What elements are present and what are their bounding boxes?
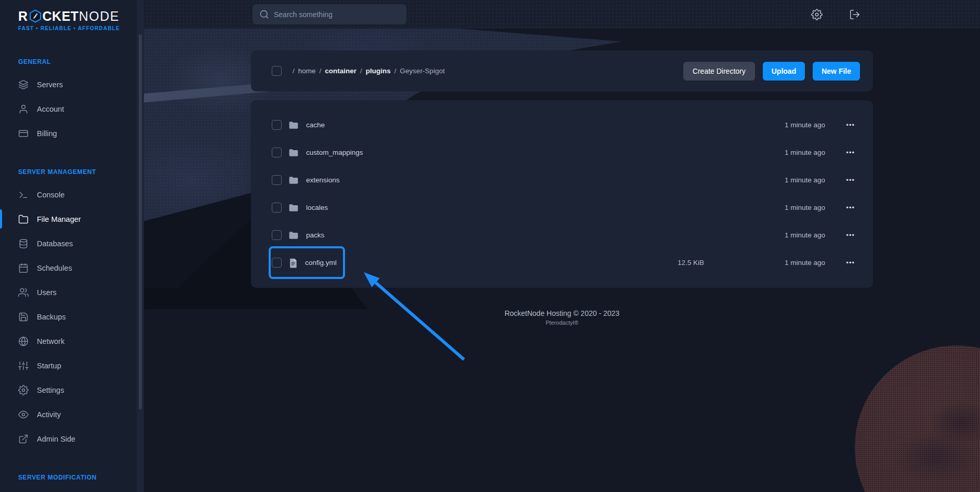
folder-icon bbox=[18, 214, 29, 224]
external-link-icon bbox=[18, 434, 29, 444]
sidebar-section-label: SERVER MODIFICATION bbox=[18, 474, 137, 481]
sidebar-item-databases[interactable]: Databases bbox=[0, 231, 137, 256]
sidebar-item-settings[interactable]: Settings bbox=[0, 378, 137, 402]
breadcrumb: /home/container/plugins/Geyser-Spigot bbox=[293, 67, 445, 75]
sidebar-item-label: Backups bbox=[37, 313, 66, 321]
row-checkbox[interactable] bbox=[272, 230, 282, 240]
sidebar-item-label: Admin Side bbox=[37, 435, 75, 443]
file-size: 12.5 KiB bbox=[678, 259, 704, 267]
upload-button[interactable]: Upload bbox=[763, 62, 805, 81]
file-row-locales[interactable]: locales1 minute ago••• bbox=[251, 194, 873, 221]
file-name: extensions bbox=[306, 176, 340, 184]
folder-icon bbox=[288, 148, 299, 158]
footer-pterodactyl: Pterodactyl® bbox=[251, 320, 873, 326]
row-menu-icon[interactable]: ••• bbox=[844, 231, 855, 239]
sidebar-item-billing[interactable]: Billing bbox=[0, 121, 137, 145]
file-modified: 1 minute ago bbox=[785, 121, 825, 129]
row-checkbox[interactable] bbox=[272, 175, 282, 185]
sidebar-item-account[interactable]: Account bbox=[0, 97, 137, 121]
settings-gear-icon[interactable] bbox=[809, 7, 825, 22]
sidebar-item-label: Account bbox=[37, 105, 64, 113]
breadcrumb-separator: / bbox=[360, 67, 362, 75]
folder-icon bbox=[288, 203, 299, 213]
highlight-box-annotation bbox=[269, 246, 345, 279]
file-row-cache[interactable]: cache1 minute ago••• bbox=[251, 111, 873, 139]
sidebar-item-label: Startup bbox=[37, 362, 61, 370]
row-checkbox[interactable] bbox=[272, 120, 282, 130]
logo-text-node: NODE bbox=[79, 9, 120, 24]
breadcrumb-segment[interactable]: plugins bbox=[366, 67, 391, 75]
sidebar-item-label: Servers bbox=[37, 81, 63, 89]
top-bar bbox=[0, 0, 980, 29]
credit-card-icon bbox=[18, 128, 29, 139]
file-row-extensions[interactable]: extensions1 minute ago••• bbox=[251, 166, 873, 194]
file-row-custom_mappings[interactable]: custom_mappings1 minute ago••• bbox=[251, 139, 873, 166]
globe-icon bbox=[18, 336, 29, 347]
breadcrumb-segment[interactable]: container bbox=[325, 67, 356, 75]
row-menu-icon[interactable]: ••• bbox=[844, 259, 855, 267]
terminal-icon bbox=[18, 190, 29, 200]
file-modified: 1 minute ago bbox=[785, 149, 825, 156]
breadcrumb-segment[interactable]: home bbox=[298, 67, 316, 75]
breadcrumb-separator: / bbox=[320, 67, 322, 75]
logo-text-cket: CKET bbox=[43, 9, 79, 24]
file-modified: 1 minute ago bbox=[785, 176, 825, 184]
sidebar-item-file-manager[interactable]: File Manager bbox=[0, 207, 137, 231]
row-checkbox[interactable] bbox=[272, 203, 282, 212]
rocket-hexagon-icon bbox=[29, 9, 42, 23]
sidebar-item-servers[interactable]: Servers bbox=[0, 72, 137, 97]
sidebar: R CKET NODE FAST • RELIABLE • AFFORDABLE… bbox=[0, 0, 137, 492]
row-menu-icon[interactable]: ••• bbox=[844, 121, 855, 129]
sliders-icon bbox=[18, 361, 29, 371]
row-checkbox[interactable] bbox=[272, 148, 282, 157]
row-menu-icon[interactable]: ••• bbox=[844, 176, 855, 184]
footer-copyright: RocketNode Hosting © 2020 - 2023 bbox=[251, 309, 873, 317]
folder-icon bbox=[288, 175, 299, 185]
row-menu-icon[interactable]: ••• bbox=[844, 149, 855, 156]
logo-text-r: R bbox=[18, 9, 28, 24]
save-icon bbox=[18, 312, 29, 322]
sidebar-section-label: GENERAL bbox=[18, 58, 137, 65]
footer: RocketNode Hosting © 2020 - 2023 Pteroda… bbox=[251, 309, 873, 326]
search-input[interactable] bbox=[269, 10, 406, 19]
sidebar-item-label: Users bbox=[37, 288, 57, 297]
breadcrumb-segment: Geyser-Spigot bbox=[400, 67, 445, 75]
file-modified: 1 minute ago bbox=[785, 204, 825, 211]
sidebar-item-activity[interactable]: Activity bbox=[0, 402, 137, 427]
sidebar-item-backups[interactable]: Backups bbox=[0, 304, 137, 329]
create-directory-button[interactable]: Create Directory bbox=[683, 62, 755, 81]
layers-icon bbox=[18, 79, 29, 90]
eye-icon bbox=[18, 409, 29, 420]
folder-icon bbox=[288, 230, 299, 241]
new-file-button[interactable]: New File bbox=[813, 62, 860, 81]
sidebar-item-startup[interactable]: Startup bbox=[0, 353, 137, 378]
main-content: /home/container/plugins/Geyser-Spigot Cr… bbox=[144, 29, 980, 492]
file-name: locales bbox=[306, 204, 328, 211]
file-modified: 1 minute ago bbox=[785, 231, 825, 239]
user-icon bbox=[18, 104, 29, 114]
sidebar-item-users[interactable]: Users bbox=[0, 280, 137, 304]
file-name: packs bbox=[306, 231, 324, 239]
file-actions: Create Directory Upload New File bbox=[683, 62, 860, 81]
breadcrumb-card: /home/container/plugins/Geyser-Spigot Cr… bbox=[251, 50, 873, 91]
logo-tagline: FAST • RELIABLE • AFFORDABLE bbox=[18, 25, 137, 31]
sidebar-item-schedules[interactable]: Schedules bbox=[0, 256, 137, 280]
sidebar-item-label: Billing bbox=[37, 129, 57, 138]
sidebar-item-label: Network bbox=[37, 337, 64, 345]
sidebar-item-network[interactable]: Network bbox=[0, 329, 137, 353]
search-box[interactable] bbox=[253, 4, 406, 24]
file-row-packs[interactable]: packs1 minute ago••• bbox=[251, 221, 873, 249]
folder-icon bbox=[288, 120, 299, 130]
select-all-checkbox[interactable] bbox=[272, 66, 282, 76]
sidebar-scrollbar-thumb[interactable] bbox=[139, 34, 142, 409]
sidebar-item-label: Settings bbox=[37, 386, 64, 394]
row-menu-icon[interactable]: ••• bbox=[844, 204, 855, 211]
file-name: cache bbox=[306, 121, 325, 129]
file-modified: 1 minute ago bbox=[785, 259, 825, 267]
breadcrumb-separator: / bbox=[293, 67, 295, 75]
sidebar-item-admin-side[interactable]: Admin Side bbox=[0, 427, 137, 451]
sidebar-section-label: SERVER MANAGEMENT bbox=[18, 168, 137, 176]
logout-icon[interactable] bbox=[847, 7, 863, 22]
sidebar-item-console[interactable]: Console bbox=[0, 182, 137, 207]
calendar-icon bbox=[18, 263, 29, 273]
